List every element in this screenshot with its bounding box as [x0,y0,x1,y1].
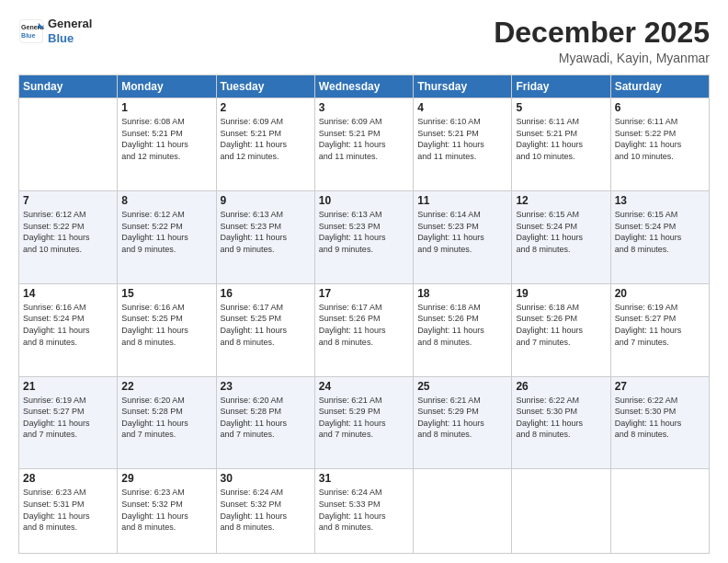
calendar-cell: 9Sunrise: 6:13 AM Sunset: 5:23 PM Daylig… [216,190,314,283]
cell-info: Sunrise: 6:17 AM Sunset: 5:26 PM Dayligh… [319,302,409,348]
calendar-cell: 20Sunrise: 6:19 AM Sunset: 5:27 PM Dayli… [610,283,709,376]
calendar-week-row: 21Sunrise: 6:19 AM Sunset: 5:27 PM Dayli… [19,376,710,469]
svg-rect-0 [20,19,43,42]
calendar-cell: 24Sunrise: 6:21 AM Sunset: 5:29 PM Dayli… [314,376,413,469]
day-number: 23 [221,380,311,393]
day-number: 11 [417,194,507,207]
day-number: 31 [319,472,409,485]
day-number: 26 [516,380,606,393]
cell-info: Sunrise: 6:09 AM Sunset: 5:21 PM Dayligh… [221,116,311,162]
calendar-table: SundayMondayTuesdayWednesdayThursdayFrid… [18,75,710,554]
day-number: 16 [221,287,311,300]
day-number: 9 [221,194,311,207]
cell-info: Sunrise: 6:15 AM Sunset: 5:24 PM Dayligh… [516,209,606,255]
calendar-cell: 26Sunrise: 6:22 AM Sunset: 5:30 PM Dayli… [512,376,610,469]
calendar-cell: 16Sunrise: 6:17 AM Sunset: 5:25 PM Dayli… [216,283,314,376]
day-number: 25 [417,380,507,393]
cell-info: Sunrise: 6:13 AM Sunset: 5:23 PM Dayligh… [221,209,311,255]
calendar-cell: 10Sunrise: 6:13 AM Sunset: 5:23 PM Dayli… [314,190,413,283]
day-number: 30 [221,472,311,485]
calendar-cell [19,98,118,191]
day-number: 28 [23,472,113,485]
cell-info: Sunrise: 6:12 AM Sunset: 5:22 PM Dayligh… [23,209,113,255]
cell-info: Sunrise: 6:11 AM Sunset: 5:22 PM Dayligh… [615,116,705,162]
calendar-cell: 21Sunrise: 6:19 AM Sunset: 5:27 PM Dayli… [19,376,118,469]
day-number: 12 [516,194,606,207]
cell-info: Sunrise: 6:19 AM Sunset: 5:27 PM Dayligh… [23,395,113,441]
calendar-week-row: 7Sunrise: 6:12 AM Sunset: 5:22 PM Daylig… [19,190,710,283]
cell-info: Sunrise: 6:10 AM Sunset: 5:21 PM Dayligh… [417,116,507,162]
day-number: 5 [516,101,606,114]
cell-info: Sunrise: 6:24 AM Sunset: 5:33 PM Dayligh… [319,487,409,533]
weekday-header: Thursday [414,75,512,98]
calendar-cell [512,469,610,554]
calendar-cell: 22Sunrise: 6:20 AM Sunset: 5:28 PM Dayli… [118,376,216,469]
day-number: 24 [319,380,409,393]
day-number: 29 [121,472,211,485]
calendar-week-row: 1Sunrise: 6:08 AM Sunset: 5:21 PM Daylig… [19,98,710,191]
day-number: 17 [319,287,409,300]
calendar-cell: 6Sunrise: 6:11 AM Sunset: 5:22 PM Daylig… [610,98,709,191]
day-number: 4 [417,101,507,114]
day-number: 10 [319,194,409,207]
day-number: 27 [615,380,705,393]
weekday-header: Tuesday [216,75,314,98]
calendar-cell: 2Sunrise: 6:09 AM Sunset: 5:21 PM Daylig… [216,98,314,191]
logo: General Blue General Blue [18,17,92,45]
cell-info: Sunrise: 6:13 AM Sunset: 5:23 PM Dayligh… [319,209,409,255]
weekday-header: Friday [512,75,610,98]
weekday-header: Wednesday [314,75,413,98]
cell-info: Sunrise: 6:15 AM Sunset: 5:24 PM Dayligh… [615,209,705,255]
logo-text: General Blue [48,17,92,45]
cell-info: Sunrise: 6:12 AM Sunset: 5:22 PM Dayligh… [121,209,211,255]
month-title: December 2025 [494,17,710,49]
cell-info: Sunrise: 6:14 AM Sunset: 5:23 PM Dayligh… [417,209,507,255]
calendar-cell: 5Sunrise: 6:11 AM Sunset: 5:21 PM Daylig… [512,98,610,191]
calendar-week-row: 14Sunrise: 6:16 AM Sunset: 5:24 PM Dayli… [19,283,710,376]
cell-info: Sunrise: 6:16 AM Sunset: 5:25 PM Dayligh… [121,302,211,348]
cell-info: Sunrise: 6:18 AM Sunset: 5:26 PM Dayligh… [417,302,507,348]
calendar-cell: 17Sunrise: 6:17 AM Sunset: 5:26 PM Dayli… [314,283,413,376]
calendar-cell: 7Sunrise: 6:12 AM Sunset: 5:22 PM Daylig… [19,190,118,283]
calendar-cell: 15Sunrise: 6:16 AM Sunset: 5:25 PM Dayli… [118,283,216,376]
weekday-header: Monday [118,75,216,98]
page: General Blue General Blue December 2025 … [0,0,728,563]
calendar-cell: 13Sunrise: 6:15 AM Sunset: 5:24 PM Dayli… [610,190,709,283]
day-number: 18 [417,287,507,300]
calendar-cell: 30Sunrise: 6:24 AM Sunset: 5:32 PM Dayli… [216,469,314,554]
day-number: 2 [221,101,311,114]
cell-info: Sunrise: 6:16 AM Sunset: 5:24 PM Dayligh… [23,302,113,348]
day-number: 1 [121,101,211,114]
calendar-header-row: SundayMondayTuesdayWednesdayThursdayFrid… [19,75,710,98]
calendar-cell: 3Sunrise: 6:09 AM Sunset: 5:21 PM Daylig… [314,98,413,191]
calendar-cell [610,469,709,554]
calendar-cell: 31Sunrise: 6:24 AM Sunset: 5:33 PM Dayli… [314,469,413,554]
cell-info: Sunrise: 6:21 AM Sunset: 5:29 PM Dayligh… [417,395,507,441]
cell-info: Sunrise: 6:22 AM Sunset: 5:30 PM Dayligh… [516,395,606,441]
calendar-cell: 25Sunrise: 6:21 AM Sunset: 5:29 PM Dayli… [414,376,512,469]
day-number: 14 [23,287,113,300]
cell-info: Sunrise: 6:20 AM Sunset: 5:28 PM Dayligh… [221,395,311,441]
cell-info: Sunrise: 6:24 AM Sunset: 5:32 PM Dayligh… [221,487,311,533]
location-title: Myawadi, Kayin, Myanmar [494,51,710,65]
calendar-cell: 8Sunrise: 6:12 AM Sunset: 5:22 PM Daylig… [118,190,216,283]
calendar-week-row: 28Sunrise: 6:23 AM Sunset: 5:31 PM Dayli… [19,469,710,554]
day-number: 19 [516,287,606,300]
cell-info: Sunrise: 6:19 AM Sunset: 5:27 PM Dayligh… [615,302,705,348]
day-number: 7 [23,194,113,207]
calendar-cell: 23Sunrise: 6:20 AM Sunset: 5:28 PM Dayli… [216,376,314,469]
calendar-cell: 4Sunrise: 6:10 AM Sunset: 5:21 PM Daylig… [414,98,512,191]
logo-line1: General [48,17,92,31]
logo-icon: General Blue [18,18,44,44]
day-number: 21 [23,380,113,393]
calendar-cell: 1Sunrise: 6:08 AM Sunset: 5:21 PM Daylig… [118,98,216,191]
cell-info: Sunrise: 6:21 AM Sunset: 5:29 PM Dayligh… [319,395,409,441]
weekday-header: Saturday [610,75,709,98]
cell-info: Sunrise: 6:17 AM Sunset: 5:25 PM Dayligh… [221,302,311,348]
cell-info: Sunrise: 6:22 AM Sunset: 5:30 PM Dayligh… [615,395,705,441]
day-number: 6 [615,101,705,114]
header: General Blue General Blue December 2025 … [18,17,710,65]
calendar-cell: 12Sunrise: 6:15 AM Sunset: 5:24 PM Dayli… [512,190,610,283]
day-number: 15 [121,287,211,300]
calendar-cell: 11Sunrise: 6:14 AM Sunset: 5:23 PM Dayli… [414,190,512,283]
